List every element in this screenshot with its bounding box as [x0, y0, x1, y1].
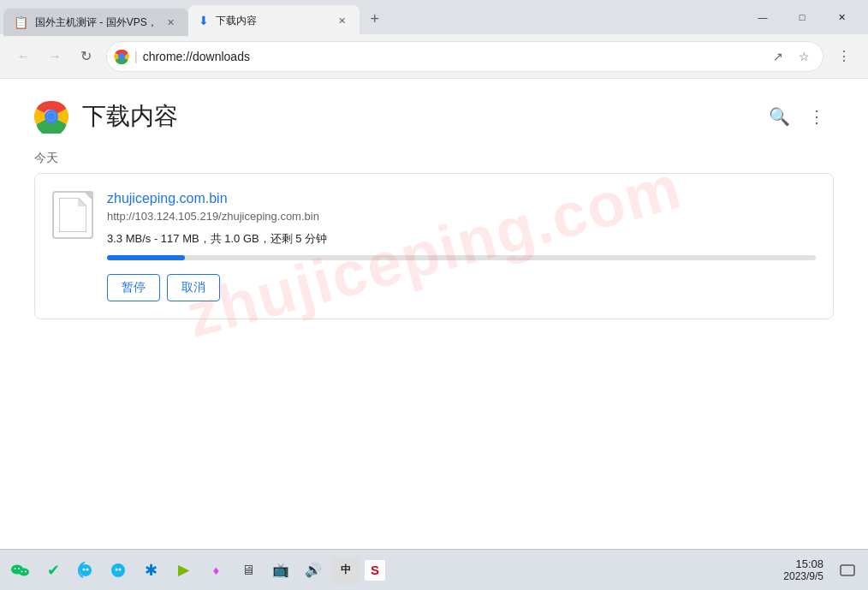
svg-point-11	[21, 570, 23, 572]
search-button[interactable]: 🔍	[762, 99, 796, 134]
refresh-button[interactable]: ↻	[72, 43, 99, 70]
browser-toolbar: ← → ↻ | chrome://downloads ↗ ☆ ⋮	[0, 34, 868, 79]
back-button[interactable]: ←	[10, 43, 38, 70]
downloads-content: 下载内容 🔍 ⋮ zhujiceping.com 今天 zhujiceping.…	[0, 79, 868, 319]
share-icon[interactable]: ↗	[766, 45, 790, 69]
more-options-button[interactable]: ⋮	[800, 99, 834, 134]
taskbar: ✔ ✱ ▶ ⬧ 🖥 📺 🔊 中 S 15:08 2023/9/5	[0, 549, 868, 590]
downloads-title-area: 下载内容	[34, 99, 178, 134]
header-actions: 🔍 ⋮	[762, 99, 834, 134]
file-url: http://103.124.105.219/zhujiceping.com.b…	[107, 210, 816, 223]
address-actions: ↗ ☆	[766, 45, 816, 69]
tab-close-inactive[interactable]: ✕	[164, 15, 178, 29]
file-svg-icon	[59, 198, 86, 232]
title-bar: 📋 国外主机测评 - 国外VPS， ✕ ⬇ 下载内容 ✕ + — □ ✕	[0, 0, 868, 34]
tab-close-active[interactable]: ✕	[336, 14, 349, 27]
svg-point-6	[47, 112, 56, 121]
tab-favicon-inactive: 📋	[14, 15, 28, 29]
chrome-logo	[34, 99, 68, 134]
download-info: zhujiceping.com.bin http://103.124.105.2…	[107, 191, 816, 301]
downloads-page: 下载内容 🔍 ⋮ zhujiceping.com 今天 zhujiceping.…	[0, 79, 868, 549]
file-name-link[interactable]: zhujiceping.com.bin	[107, 191, 816, 206]
taskbar-display-icon[interactable]: 📺	[267, 557, 294, 584]
tab-inactive[interactable]: 📋 国外主机测评 - 国外VPS， ✕	[3, 9, 188, 36]
downloads-header: 下载内容 🔍 ⋮	[34, 79, 834, 140]
progress-bar	[107, 255, 816, 260]
taskbar-color-icon[interactable]: ⬧	[202, 557, 229, 584]
taskbar-sogou-icon[interactable]: S	[365, 560, 385, 581]
bookmark-icon[interactable]: ☆	[792, 45, 816, 69]
taskbar-check-icon[interactable]: ✔	[39, 557, 67, 584]
svg-point-15	[86, 568, 89, 570]
tab-title-inactive: 国外主机测评 - 国外VPS，	[35, 15, 158, 30]
window-controls: — □ ✕	[743, 3, 868, 34]
svg-rect-19	[841, 565, 854, 575]
clock-date: 2023/9/5	[783, 570, 823, 582]
taskbar-qq2-icon[interactable]	[104, 557, 132, 584]
minimize-button[interactable]: —	[743, 3, 782, 31]
svg-point-2	[118, 53, 125, 60]
address-separator: |	[134, 50, 138, 63]
chrome-small-icon	[114, 49, 129, 64]
taskbar-notification-icon[interactable]	[834, 557, 861, 584]
address-text[interactable]: chrome://downloads	[143, 50, 761, 63]
more-menu-button[interactable]: ⋮	[830, 43, 858, 70]
svg-point-16	[111, 563, 125, 577]
download-actions: 暂停 取消	[107, 274, 816, 301]
taskbar-input-method-icon[interactable]: 中	[332, 557, 360, 584]
page-title: 下载内容	[82, 100, 178, 133]
new-tab-button[interactable]: +	[363, 7, 387, 31]
svg-point-18	[119, 568, 122, 570]
forward-button[interactable]: →	[41, 43, 68, 70]
svg-point-9	[15, 568, 16, 569]
svg-point-12	[25, 570, 27, 572]
toolbar-actions: ⋮	[830, 43, 858, 70]
close-button[interactable]: ✕	[822, 3, 861, 31]
taskbar-bluetooth-icon[interactable]: ✱	[137, 557, 164, 584]
svg-point-17	[116, 568, 118, 570]
tab-title-active: 下载内容	[216, 14, 329, 28]
taskbar-icons: ✔ ✱ ▶ ⬧ 🖥 📺 🔊 中 S	[7, 557, 780, 584]
taskbar-nvidia-icon[interactable]: ▶	[169, 557, 197, 584]
tab-favicon-active: ⬇	[199, 14, 209, 27]
svg-point-14	[83, 568, 86, 570]
cancel-button[interactable]: 取消	[167, 274, 220, 301]
taskbar-computer-icon[interactable]: 🖥	[235, 557, 262, 584]
svg-point-8	[19, 568, 29, 575]
tab-active[interactable]: ⬇ 下载内容 ✕	[188, 5, 360, 36]
progress-text: 3.3 MB/s - 117 MB，共 1.0 GB，还剩 5 分钟	[107, 231, 816, 247]
taskbar-volume-icon[interactable]: 🔊	[300, 557, 327, 584]
taskbar-clock: 15:08 2023/9/5	[783, 557, 823, 582]
svg-point-13	[80, 564, 92, 576]
download-item: zhujiceping.com.bin http://103.124.105.2…	[34, 173, 834, 319]
maximize-button[interactable]: □	[782, 3, 822, 31]
section-today-label: 今天	[34, 140, 834, 173]
svg-point-10	[18, 568, 20, 569]
address-bar[interactable]: | chrome://downloads ↗ ☆	[106, 41, 823, 72]
clock-time: 15:08	[783, 557, 823, 570]
progress-bar-fill	[107, 255, 185, 260]
taskbar-wechat-icon[interactable]	[7, 557, 34, 584]
taskbar-qq1-icon[interactable]	[72, 557, 99, 584]
file-icon	[52, 191, 93, 239]
notification-bell-icon	[839, 562, 856, 579]
pause-button[interactable]: 暂停	[107, 274, 160, 301]
